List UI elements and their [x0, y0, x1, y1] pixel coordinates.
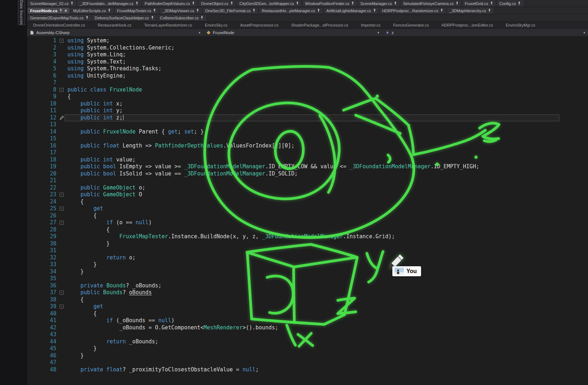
code-line[interactable]: 17: [27, 149, 588, 156]
close-icon[interactable]: ×: [65, 8, 67, 13]
code-line[interactable]: 23- public GameObject O: [27, 191, 588, 198]
tab-artificiallightsmanager-cs[interactable]: ArtificialLightsManager.cs: [324, 8, 379, 14]
tab-fruxelgrid-cs[interactable]: FruxelGrid.cs: [462, 0, 496, 6]
project-dropdown[interactable]: Assembly-CSharp ▾: [27, 29, 204, 36]
pin-icon[interactable]: [151, 16, 154, 20]
tab-myeditorscripts-cs[interactable]: MyEditorScripts.cs: [71, 8, 113, 14]
tab-collisionsubscriber-cs[interactable]: CollisionSubscriber.cs: [158, 15, 206, 21]
code-line[interactable]: 9{: [27, 93, 588, 100]
line-number[interactable]: 31: [27, 247, 59, 254]
code-line[interactable]: 38 {: [27, 296, 588, 304]
line-number[interactable]: 17: [27, 149, 59, 156]
tab-enviroskymgr-cs[interactable]: EnviroSkyMgr.cs: [503, 22, 538, 28]
pin-icon[interactable]: [108, 9, 111, 13]
line-number[interactable]: 37: [27, 289, 59, 296]
pin-icon[interactable]: [85, 16, 89, 20]
pin-icon[interactable]: [440, 9, 443, 13]
line-number[interactable]: 30: [27, 240, 59, 248]
pin-icon[interactable]: [456, 1, 459, 5]
line-number[interactable]: 11: [27, 107, 59, 114]
code-line[interactable]: 42 _oBounds = O.GetComponent<MeshRendere…: [27, 324, 588, 332]
code-line[interactable]: 24 {: [27, 198, 588, 206]
pin-icon[interactable]: [490, 1, 493, 5]
line-number[interactable]: 43: [27, 331, 59, 338]
pin-icon[interactable]: [351, 1, 354, 5]
code-line[interactable]: 20 public bool IsSolid => value == _3DFo…: [27, 170, 588, 178]
code-line[interactable]: 7: [27, 79, 588, 86]
code-line[interactable]: 35: [27, 275, 588, 282]
code-line[interactable]: 40 {: [27, 310, 588, 318]
code-line[interactable]: 4using System.Text;: [27, 58, 588, 66]
code-line[interactable]: 46 }: [27, 352, 588, 360]
tab-config-cs[interactable]: Config.cs: [497, 0, 523, 6]
pin-icon[interactable]: [192, 1, 195, 5]
tab-simulatedfisheyecamera-cs[interactable]: SimulatedFisheyeCamera.cs: [401, 0, 461, 6]
code-line[interactable]: 22 public GameObject o;: [27, 184, 588, 192]
code-line[interactable]: 30 }: [27, 240, 588, 248]
line-number[interactable]: 23: [27, 191, 59, 198]
code-line[interactable]: 28 {: [27, 226, 588, 234]
tab-scenemanager-cs[interactable]: SceneManager.cs: [358, 0, 400, 6]
fold-collapse-icon[interactable]: -: [60, 305, 64, 309]
code-line[interactable]: 15: [27, 135, 588, 142]
line-number[interactable]: 7: [27, 79, 59, 86]
line-number[interactable]: 44: [27, 338, 59, 346]
pin-icon[interactable]: [196, 9, 199, 13]
code-line[interactable]: 3using System.Linq;: [27, 51, 588, 58]
tab-droneobject-cs[interactable]: DroneObject.cs: [199, 0, 236, 6]
member-dropdown[interactable]: z ▾: [382, 29, 588, 36]
pin-icon[interactable]: [394, 1, 397, 5]
fold-collapse-icon[interactable]: -: [60, 207, 64, 211]
code-line[interactable]: 26 {: [27, 212, 588, 220]
line-number[interactable]: 16: [27, 142, 59, 150]
line-number[interactable]: 10: [27, 100, 59, 108]
line-number[interactable]: 40: [27, 310, 59, 318]
code-line[interactable]: 43: [27, 331, 588, 338]
fold-collapse-icon[interactable]: -: [60, 39, 64, 43]
line-number[interactable]: 12: [27, 114, 59, 122]
line-number[interactable]: 20: [27, 170, 59, 178]
code-line[interactable]: 44 return _oBounds;: [27, 338, 588, 346]
line-number[interactable]: 15: [27, 135, 59, 142]
line-number[interactable]: 1: [27, 37, 59, 44]
code-line[interactable]: 32 return o;: [27, 254, 588, 262]
pin-icon[interactable]: [230, 1, 233, 5]
code-line[interactable]: 18 public int value;: [27, 156, 588, 164]
line-number[interactable]: 4: [27, 58, 59, 66]
line-number[interactable]: 13: [27, 121, 59, 128]
code-line[interactable]: 19 public bool IsEmpty => value >= _3DFo…: [27, 163, 588, 170]
fold-collapse-icon[interactable]: -: [60, 193, 64, 197]
tab-fruxelnode-cs[interactable]: FruxelNode.cs×: [28, 8, 70, 14]
line-number[interactable]: 21: [27, 177, 59, 184]
sidebar-tab-data-sources[interactable]: Data Sources: [18, 0, 25, 25]
line-number[interactable]: 32: [27, 254, 59, 262]
line-number[interactable]: 5: [27, 65, 59, 72]
line-number[interactable]: 42: [27, 324, 59, 332]
fold-collapse-icon[interactable]: -: [60, 291, 64, 295]
line-number[interactable]: 35: [27, 275, 59, 282]
code-line[interactable]: 39- get: [27, 303, 588, 310]
tab--3dfoundatio-delmanager-cs[interactable]: _3DFoundatio...delManager.cs: [77, 0, 141, 6]
line-number[interactable]: 14: [27, 128, 59, 136]
tab--3dmapviewer-cs[interactable]: _3DMapViewer.cs: [160, 8, 201, 14]
line-number[interactable]: 41: [27, 317, 59, 324]
line-number[interactable]: 19: [27, 163, 59, 170]
tab-onesec3d-fileformat-cs[interactable]: OneSec3D_FileFormat.cs: [203, 8, 258, 14]
tab-scenemanager-02-cs[interactable]: SceneManager_02.cs: [28, 0, 76, 6]
pin-icon[interactable]: [135, 1, 139, 5]
code-line[interactable]: 45 }: [27, 345, 588, 352]
line-number[interactable]: 26: [27, 212, 59, 220]
code-line[interactable]: 13: [27, 121, 588, 128]
pin-icon[interactable]: [296, 1, 299, 5]
tab-assetpreprocessor-cs[interactable]: AssetPreprocessor.cs: [238, 22, 281, 28]
tab-pathfinderdepthvalues-cs[interactable]: PathfinderDepthValues.cs: [142, 0, 197, 6]
line-number[interactable]: 27: [27, 219, 59, 226]
code-line[interactable]: 48 private float? _proximityToClosestObs…: [27, 366, 588, 374]
code-line[interactable]: 12 public int z;: [27, 114, 588, 122]
code-line[interactable]: 33 }: [27, 261, 588, 268]
line-number[interactable]: 22: [27, 184, 59, 192]
code-line[interactable]: 21: [27, 177, 588, 184]
pin-icon[interactable]: [200, 16, 204, 20]
line-number[interactable]: 9: [27, 93, 59, 100]
line-number[interactable]: 28: [27, 226, 59, 234]
